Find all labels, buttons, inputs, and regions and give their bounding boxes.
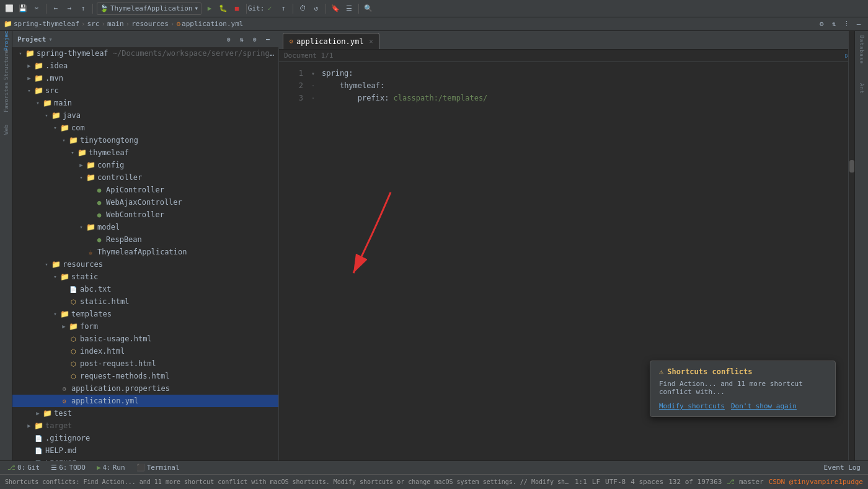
tool-tab-eventlog[interactable]: Event Log (818, 462, 866, 474)
tab-close-icon[interactable]: ✕ (369, 38, 373, 45)
breadcrumb-resources[interactable]: resources (131, 20, 169, 28)
scrollbar-track[interactable] (848, 31, 854, 460)
tab-appyml[interactable]: ⚙ application.yml ✕ (283, 33, 379, 49)
templates-label: templates (71, 310, 278, 318)
git-update[interactable]: ✓ (264, 3, 275, 14)
debug-btn[interactable]: 🐛 (218, 3, 229, 14)
panel-collapse[interactable]: — (262, 34, 273, 45)
appyml-label: application.yml (71, 397, 278, 405)
com-arrow: ▾ (51, 125, 60, 131)
dont-show-btn[interactable]: Don't show again (731, 402, 797, 410)
toolbar-back[interactable]: ← (50, 3, 61, 14)
status-utf8[interactable]: UTF-8 (605, 478, 626, 486)
sidebar-item-project[interactable]: Project (1, 34, 12, 45)
tree-item-gitignore[interactable]: 📄 .gitignore (12, 432, 278, 444)
idea-folder-icon: 📁 (33, 61, 43, 71)
tree-item-appyml[interactable]: ⚙ application.yml (12, 395, 278, 407)
tree-item-helpmd[interactable]: 📄 HELP.md (12, 444, 278, 457)
sidebar-ant[interactable]: Ant (857, 81, 866, 96)
tree-item-java[interactable]: ▾ 📁 java (12, 109, 278, 122)
toolbar-forward[interactable]: → (64, 3, 75, 14)
status-position[interactable]: 1:1 (575, 478, 587, 486)
tree-item-resources[interactable]: ▾ 📁 resources (12, 258, 278, 271)
panel-sort[interactable]: ⇅ (236, 34, 247, 45)
status-spaces[interactable]: 4 spaces (631, 478, 663, 486)
tree-item-com[interactable]: ▾ 📁 com (12, 122, 278, 134)
undo-btn[interactable]: ↺ (311, 3, 322, 14)
status-csdn: CSDN @tinyvampire1pudge (769, 478, 863, 486)
status-branch[interactable]: ⎇ master (727, 478, 763, 486)
tree-item-statichtml[interactable]: ⬡ static.html (12, 295, 278, 308)
tree-item-main[interactable]: ▾ 📁 main (12, 97, 278, 109)
modify-shortcuts-btn[interactable]: Modify shortcuts (659, 402, 725, 410)
config-arrow: ▶ (77, 162, 86, 168)
tree-item-thymeleafapp[interactable]: ☕ ThymeleafApplication (12, 246, 278, 258)
toolbar-up[interactable]: ↑ (78, 3, 89, 14)
sep3 (246, 4, 247, 14)
toolbar-cut[interactable]: ✂ (31, 3, 42, 14)
tree-item-root[interactable]: ▾ 📁 spring-thymeleaf ~/Documents/workspa… (12, 47, 278, 60)
tree-item-static[interactable]: ▾ 📁 static (12, 271, 278, 283)
run-btn[interactable]: ▶ (204, 3, 215, 14)
tasks-btn[interactable]: ☰ (343, 3, 355, 14)
tree-item-test[interactable]: ▶ 📁 test (12, 407, 278, 419)
tree-item-apicontroller[interactable]: ● ApiController (12, 184, 278, 196)
tree-item-respbean[interactable]: ● RespBean (12, 233, 278, 246)
tree-item-config[interactable]: ▶ 📁 config (12, 159, 278, 171)
sidebar-item-favorites[interactable]: Favorites (1, 92, 12, 103)
search-btn[interactable]: 🔍 (363, 3, 374, 14)
toolbar-open[interactable]: ⬜ (4, 3, 15, 14)
tree-item-templates[interactable]: ▾ 📁 templates (12, 308, 278, 320)
run-config-icon: 🍃 (100, 4, 108, 12)
tree-item-index[interactable]: ⬡ index.html (12, 345, 278, 357)
tree-item-src[interactable]: ▾ 📁 src (12, 84, 278, 97)
tree-item-abctxt[interactable]: 📄 abc.txt (12, 283, 278, 295)
git-push[interactable]: ↑ (278, 3, 289, 14)
tool-windows-bar: ⎇ 0: Git ☰ 6: TODO ▶ 4: Run ⬛ Terminal E… (0, 460, 868, 474)
tree-item-appprops[interactable]: ⚙ application.properties (12, 382, 278, 395)
tree-item-target[interactable]: ▶ 📁 target (12, 419, 278, 432)
templates-folder-icon: 📁 (60, 309, 69, 319)
stop-btn[interactable]: ■ (231, 3, 242, 14)
tree-item-basic[interactable]: ⬡ basic-usage.html (12, 333, 278, 345)
sidebar-item-web[interactable]: Web (1, 124, 12, 135)
tool-tab-run[interactable]: ▶ 4: Run (92, 462, 130, 474)
settings-icon[interactable]: ⚙ (816, 19, 827, 30)
breadcrumb-src[interactable]: src (87, 20, 100, 28)
history-btn[interactable]: ⏱ (297, 3, 308, 14)
tree-item-requestmethods[interactable]: ⬡ request-methods.html (12, 370, 278, 382)
tree-item-webajax[interactable]: ● WebAjaxController (12, 196, 278, 209)
breadcrumb-main[interactable]: main (107, 20, 124, 28)
run-config-dropdown[interactable]: 🍃 ThymeleafApplication ▾ (97, 2, 202, 15)
sidebar-item-structure[interactable]: Structure (1, 60, 12, 71)
props-icon: ⚙ (60, 384, 69, 393)
tool-tab-terminal[interactable]: ⬛ Terminal (131, 462, 185, 474)
breadcrumb-file[interactable]: ⚙ application.yml (176, 20, 243, 28)
tool-tab-todo[interactable]: ☰ 6: TODO (46, 462, 91, 474)
scrollbar-thumb[interactable] (849, 160, 854, 173)
git-icon: 📄 (33, 433, 43, 443)
tree-item-controller[interactable]: ▾ 📁 controller (12, 171, 278, 184)
breadcrumb-root[interactable]: 📁 spring-thymeleaf (4, 20, 79, 28)
basic-html-icon: ⬡ (68, 334, 78, 344)
status-lf[interactable]: LF (592, 478, 600, 486)
tree-item-postrequest[interactable]: ⬡ post-request.html (12, 357, 278, 370)
sidebar-database[interactable]: Database (857, 34, 866, 66)
panel-gear[interactable]: ⚙ (223, 34, 234, 45)
tree-item-model[interactable]: ▾ 📁 model (12, 221, 278, 233)
bookmark-btn[interactable]: 🔖 (330, 3, 341, 14)
tree-item-webcontroller[interactable]: ● WebController (12, 209, 278, 221)
toolbar-save[interactable]: 💾 (17, 3, 29, 14)
git-btn[interactable]: Git: (250, 3, 262, 14)
tool-tab-git[interactable]: ⎇ 0: Git (2, 462, 45, 474)
panel-settings[interactable]: ⚙ (249, 34, 260, 45)
tree-item-thymeleaf[interactable]: ▾ 📁 thymeleaf (12, 146, 278, 159)
minimize-icon[interactable]: — (853, 19, 864, 30)
tree-item-idea[interactable]: ▶ 📁 .idea (12, 60, 278, 72)
tree-item-tinytoongtong[interactable]: ▾ 📁 tinytoongtong (12, 134, 278, 146)
options-icon[interactable]: ⋮ (841, 19, 852, 30)
sort-icon[interactable]: ⇅ (828, 19, 839, 30)
tree-item-form[interactable]: ▶ 📁 form (12, 320, 278, 333)
model-folder-icon: 📁 (86, 222, 95, 232)
tree-item-mvn[interactable]: ▶ 📁 .mvn (12, 72, 278, 84)
